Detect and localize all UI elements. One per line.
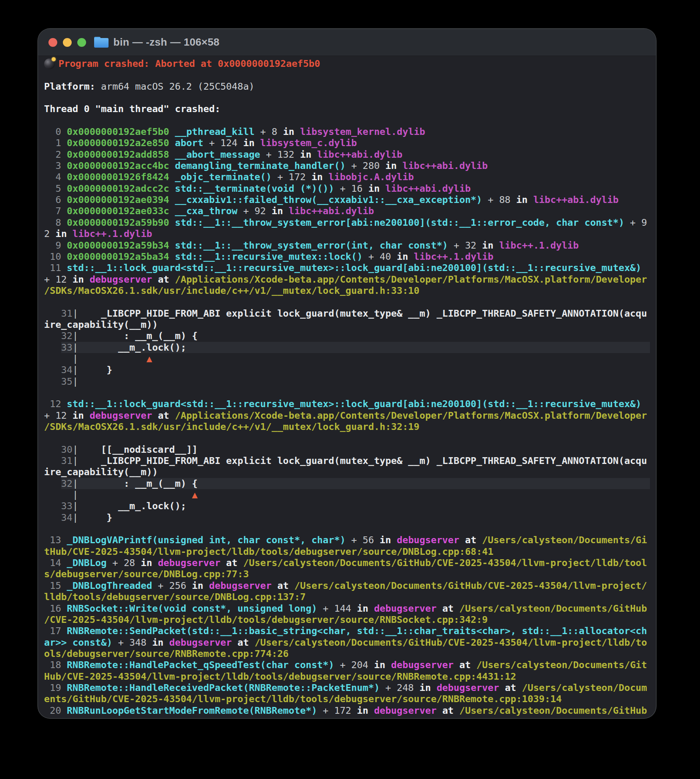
file-path: /Users/calysteon/Documents/GitHub/CVE-20…: [249, 637, 647, 648]
keyword: in: [306, 171, 323, 183]
keyword: in: [67, 410, 84, 421]
library-name: libc++abi.dylib: [527, 194, 618, 205]
frame-number: 12: [44, 398, 67, 410]
source-code: }: [78, 512, 112, 523]
binary-name: debugserver: [84, 410, 152, 421]
source-line-number: 33: [44, 342, 72, 353]
terminal-row: [44, 92, 650, 103]
keyword: at: [272, 580, 289, 591]
file-path: /Users/calysteon/Docum: [516, 682, 647, 693]
terminal-row: + 12 in debugserver at /Applications/Xco…: [44, 410, 650, 421]
terminal-row: 1 0x0000000192a2e850 abort + 124 in libs…: [44, 137, 650, 149]
library-name: libc++abi.dylib: [283, 205, 374, 217]
function-name: _DNBLogVAPrintf(unsigned int, char const…: [67, 534, 346, 546]
binary-name: debugserver: [385, 659, 453, 671]
binary-name: debugserver: [368, 603, 436, 614]
terminal-window: bin — -zsh — 106×58 Program crashed: Abo…: [38, 29, 656, 718]
frame-address: 0x0000000192ae033c: [67, 205, 169, 217]
function-name: RNBRunLoopGetStartModeFromRemote(RNBRemo…: [67, 705, 317, 716]
function-name: _DNBLog: [67, 557, 107, 568]
frame-offset: + 8: [255, 126, 278, 137]
frame-number: 5: [44, 183, 67, 194]
file-path: /Applications/Xcode-beta.app/Contents/De…: [169, 274, 647, 285]
close-button[interactable]: [48, 38, 57, 47]
frame-offset: + 348: [112, 637, 146, 648]
terminal-row: 13 _DNBLogVAPrintf(unsigned int, char co…: [44, 534, 650, 546]
terminal-row: /SDKs/MacOSX26.1.sdk/usr/include/c++/v1/…: [44, 421, 650, 432]
gutter-separator: |: [72, 500, 78, 512]
library-name: libc++abi.dylib: [312, 149, 402, 160]
keyword: at: [220, 557, 237, 568]
window-title: bin — -zsh — 106×58: [113, 36, 219, 48]
frame-number: 15: [44, 580, 67, 591]
gutter-separator: |: [72, 489, 78, 500]
library-name: libobjc.A.dylib: [323, 171, 414, 183]
keyword: in: [391, 251, 408, 262]
terminal-row: 30| [[__nodiscard__]]: [44, 444, 650, 455]
source-line-number: 34: [44, 512, 72, 523]
text-bold: Thread 0 "main thread" crashed:: [44, 103, 220, 114]
gutter-separator: |: [72, 512, 78, 523]
terminal-row: ols/debugserver/source/RNBRemote.cpp:774…: [44, 648, 650, 659]
frame-number: 17: [44, 625, 67, 636]
minimize-button[interactable]: [63, 38, 72, 47]
frame-address: 0x0000000192a2e850: [67, 137, 169, 149]
terminal-row: 31| _LIBCPP_HIDE_FROM_ABI explicit lock_…: [44, 455, 650, 466]
binary-name: debugserver: [431, 682, 499, 693]
keyword: in: [135, 557, 152, 568]
terminal-row: 32| : __m_(__m) {: [44, 330, 650, 341]
frame-number: 0: [44, 126, 67, 137]
terminal-row: [44, 432, 650, 444]
frame-offset: + 40: [362, 251, 391, 262]
zoom-button[interactable]: [77, 38, 86, 47]
function-name: std::__1::lock_guard<std::__1::recursive…: [67, 262, 642, 273]
keyword: at: [436, 603, 454, 614]
source-line-number: [44, 489, 72, 500]
text: arm64 macOS 26.2 (25C5048a): [95, 81, 255, 92]
terminal-row: 19 RNBRemote::HandleReceivedPacket(RNBRe…: [44, 682, 650, 693]
terminal-row: 15 _DNBLogThreaded + 256 in debugserver …: [44, 580, 650, 591]
frame-offset: + 12: [44, 274, 67, 285]
file-path: /SDKs/MacOSX26.1.sdk/usr/include/c++/v1/…: [44, 285, 420, 296]
gutter-separator: |: [72, 364, 78, 375]
frame-offset: + 172: [272, 171, 306, 183]
terminal-row: 11 std::__1::lock_guard<std::__1::recurs…: [44, 262, 650, 273]
source-code: [[__nodiscard__]]: [78, 444, 197, 455]
folder-icon: [94, 37, 109, 48]
file-path: ents/GitHub/CVE-2025-43504/llvm-project/…: [44, 693, 562, 705]
terminal-row: 12 std::__1::lock_guard<std::__1::recurs…: [44, 398, 650, 410]
titlebar[interactable]: bin — -zsh — 106×58: [38, 29, 656, 56]
binary-name: debugserver: [203, 580, 272, 591]
keyword: in: [266, 205, 283, 217]
keyword: at: [454, 659, 471, 671]
frame-offset: + 12: [44, 410, 67, 421]
file-path: /Users/calysteon/Documents/GitHub/CVE-20…: [289, 580, 647, 591]
frame-offset: + 92: [237, 205, 266, 217]
keyword: in: [67, 274, 84, 285]
terminal-row: s/debugserver/source/DNBLog.cpp:77:3: [44, 568, 650, 580]
function-name: __pthread_kill: [169, 126, 255, 137]
frame-offset: + 204: [334, 659, 368, 671]
gutter-separator: |: [72, 342, 78, 353]
frame-number: 20: [44, 705, 67, 716]
function-name: ar>> const&): [44, 637, 112, 648]
terminal-content[interactable]: Program crashed: Aborted at 0x0000000192…: [38, 56, 656, 718]
frame-offset: + 16: [334, 183, 362, 194]
terminal-row: 9 0x0000000192a59b34 std::__1::__throw_s…: [44, 240, 650, 251]
terminal-row: Thread 0 "main thread" crashed:: [44, 103, 650, 114]
terminal-row: 2 0x0000000192add858 __abort_message + 1…: [44, 149, 650, 160]
frame-number: 16: [44, 603, 67, 614]
frame-number: 14: [44, 557, 67, 568]
terminal-row: ar>> const&) + 348 in debugserver at /Us…: [44, 637, 650, 648]
terminal-row: 33| __m_.lock();: [44, 500, 650, 512]
terminal-row: Program crashed: Aborted at 0x0000000192…: [44, 58, 650, 69]
frame-address: 0x0000000192a59b34: [67, 240, 169, 251]
terminal-row: 33| __m_.lock();: [44, 342, 650, 353]
file-path: tHub/CVE-2025-43504/llvm-project/lldb/to…: [44, 546, 493, 557]
terminal-row: 5 0x0000000192adcc2c std::__terminate(vo…: [44, 183, 650, 194]
keyword: in: [237, 137, 255, 149]
frame-offset: + 280: [346, 160, 380, 171]
function-name: RNBRemote::HandleReceivedPacket(RNBRemot…: [67, 682, 380, 693]
file-path: /SDKs/MacOSX26.1.sdk/usr/include/c++/v1/…: [44, 421, 420, 432]
file-path: ols/debugserver/source/RNBRemote.cpp:774…: [44, 648, 289, 659]
